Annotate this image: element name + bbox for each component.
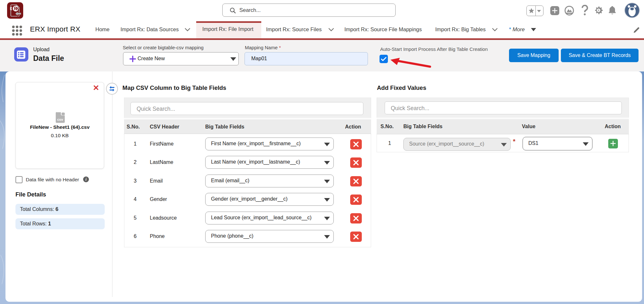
svg-text:csv: csv (57, 118, 63, 121)
